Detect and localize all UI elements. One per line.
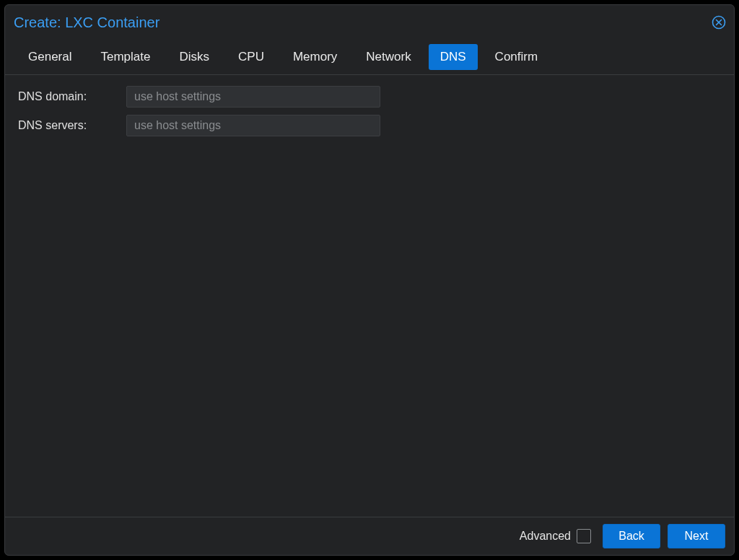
tab-dns[interactable]: DNS: [429, 44, 478, 70]
titlebar: Create: LXC Container: [5, 5, 734, 40]
row-dns-domain: DNS domain:: [18, 85, 721, 108]
back-button[interactable]: Back: [603, 524, 660, 548]
advanced-checkbox[interactable]: [577, 529, 591, 543]
row-dns-servers: DNS servers:: [18, 114, 721, 137]
advanced-label: Advanced: [520, 530, 571, 543]
tabstrip: General Template Disks CPU Memory Networ…: [5, 40, 734, 75]
close-icon: [712, 15, 726, 30]
tab-template[interactable]: Template: [89, 44, 162, 70]
input-dns-servers[interactable]: [126, 115, 380, 136]
tab-network[interactable]: Network: [354, 44, 422, 70]
tab-general[interactable]: General: [17, 44, 83, 70]
input-dns-domain[interactable]: [126, 86, 380, 108]
tab-disks[interactable]: Disks: [167, 44, 221, 70]
tab-cpu[interactable]: CPU: [227, 44, 276, 70]
dialog-footer: Advanced Back Next: [5, 517, 734, 555]
close-button[interactable]: [711, 14, 727, 30]
tab-memory[interactable]: Memory: [281, 44, 349, 70]
label-dns-servers: DNS servers:: [18, 119, 126, 132]
dialog-title: Create: LXC Container: [14, 14, 159, 31]
next-button[interactable]: Next: [668, 524, 725, 548]
dialog-window: Create: LXC Container General Template D…: [4, 4, 735, 556]
form-panel: DNS domain: DNS servers:: [5, 75, 734, 517]
advanced-toggle[interactable]: Advanced: [520, 529, 591, 543]
label-dns-domain: DNS domain:: [18, 90, 126, 103]
tab-confirm[interactable]: Confirm: [484, 44, 550, 70]
